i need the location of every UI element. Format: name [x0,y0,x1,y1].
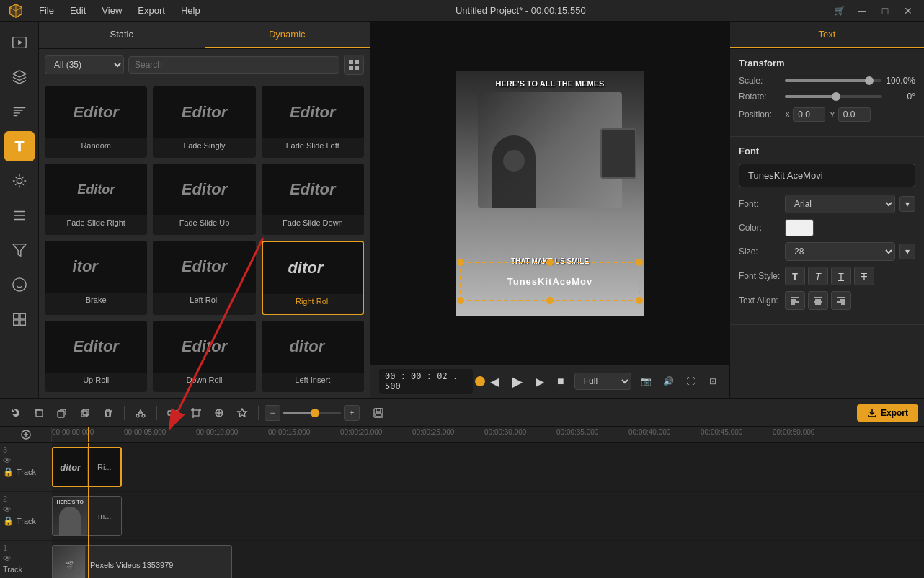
font-dropdown-icon[interactable]: ▾ [899,196,915,212]
sidebar-item-transitions[interactable] [4,200,35,231]
close-button[interactable]: ✕ [898,3,918,19]
cart-icon[interactable]: 🛒 [834,6,845,16]
track-2-label: 2 👁 🔒 Track [0,492,52,541]
minimize-button[interactable]: ─ [852,3,872,19]
scale-slider[interactable] [785,79,881,82]
size-select[interactable]: 8101214161820242832364872 [785,242,895,261]
sidebar-item-effects[interactable] [4,166,35,196]
undo-button[interactable] [6,403,26,423]
effect-up-roll[interactable]: Editor Up Roll [45,321,147,392]
position-row: Position: X Y [739,107,915,122]
effect-fade-slide-down[interactable]: Editor Fade Slide Down [262,164,364,235]
menu-file[interactable]: File [32,3,61,18]
strikethrough-button[interactable]: T̶ [854,267,874,285]
main-clip-1[interactable]: 🎬 Pexels Videos 1353979 [52,545,232,578]
marker-button[interactable] [232,403,252,423]
color-swatch[interactable] [785,219,814,236]
menu-export[interactable]: Export [130,3,172,18]
menu-view[interactable]: View [94,3,129,18]
svg-rect-4 [19,314,25,319]
effect-brake[interactable]: itor Brake [45,241,147,315]
cut-button[interactable] [130,403,151,423]
grid-view-button[interactable] [344,55,364,75]
zoom-in-button[interactable]: + [344,405,360,421]
quality-select[interactable]: FullHalfQuarter [574,373,631,390]
align-center-button[interactable] [808,291,828,310]
effect-left-insert[interactable]: ditor Left Insert [262,321,364,392]
svg-rect-23 [36,410,43,417]
duplicate-button[interactable] [75,403,95,423]
sidebar-item-templates[interactable] [4,304,35,334]
export-button[interactable]: Export [857,404,918,422]
effect-fade-singly[interactable]: Editor Fade Singly [153,86,255,158]
sidebar-item-media[interactable] [4,27,35,58]
meme-text-top: HERE'S TO ALL THE MEMES [456,79,644,88]
copy-button[interactable] [29,403,49,423]
track-1-visibility[interactable]: 👁 [3,553,12,564]
filter-select[interactable]: All (35)BasicTypewriterBounceFade [45,55,124,74]
screenshot-icon[interactable]: 📷 [639,373,654,390]
paste-button[interactable] [52,403,72,423]
effect-fade-slide-right[interactable]: Editor Fade Slide Right [45,164,147,235]
tab-dynamic[interactable]: Dynamic [205,22,370,48]
pip-icon[interactable]: ⊡ [706,373,721,390]
delete-button[interactable] [98,403,118,423]
track-2-visibility[interactable]: 👁 [3,504,12,515]
effect-fade-slide-up[interactable]: Editor Fade Slide Up [153,164,255,235]
split-button[interactable] [163,403,183,423]
zoom-slider[interactable] [283,412,341,414]
effect-right-roll[interactable]: ditor Right Roll [262,241,364,315]
effect-random[interactable]: Editor Random [45,86,147,158]
align-left-button[interactable] [785,291,805,310]
sidebar-item-audio[interactable] [4,97,35,127]
audio-icon[interactable]: 🔊 [661,373,676,390]
bold-button[interactable]: T [785,267,805,285]
effect-down-roll[interactable]: Editor Down Roll [153,321,255,392]
italic-button[interactable]: T [808,267,828,285]
sidebar-item-filters[interactable] [4,235,35,265]
svg-rect-6 [19,320,25,325]
size-dropdown-icon[interactable]: ▾ [899,244,915,259]
font-style-label: Font Style: [739,271,781,281]
search-input[interactable] [128,56,339,74]
play-button[interactable]: ▶ [509,371,525,391]
track-3-visibility[interactable]: 👁 [3,455,12,466]
align-right-button[interactable] [831,291,851,310]
timeline-area: − + Export 00:00:00.000 00:00:05.000 00:… [0,398,924,578]
preview-area: HERE'S TO ALL THE MEMES THAT MAKE US SMI… [370,22,729,398]
maximize-button[interactable]: □ [875,3,895,19]
zoom-out-button[interactable]: − [265,405,280,421]
track-3-lock[interactable]: 🔒 [3,467,14,477]
menu-help[interactable]: Help [174,3,208,18]
tab-static[interactable]: Static [39,22,205,48]
menu-edit[interactable]: Edit [63,3,93,18]
track-2-lock[interactable]: 🔒 [3,516,14,526]
x-input[interactable] [793,107,825,122]
rotate-slider[interactable] [785,95,882,98]
sidebar-item-text[interactable] [4,131,35,161]
x-label: X [785,110,790,119]
effect-left-roll[interactable]: Editor Left Roll [153,241,255,315]
font-select[interactable]: ArialTimes New RomanCourier New [785,195,895,213]
video-clip-2[interactable]: HERE'S TO m... [52,496,122,536]
ruler-marks: 00:00:00.000 00:00:05.000 00:00:10.000 0… [52,427,924,442]
stop-button[interactable]: ■ [554,373,567,389]
fullscreen-icon[interactable]: ⛶ [683,373,698,390]
crop-button[interactable] [186,403,206,423]
tab-text[interactable]: Text [730,22,924,48]
next-frame-button[interactable]: ▶ [533,373,547,390]
prev-frame-button[interactable]: ◀ [487,373,502,390]
sidebar-item-layers[interactable] [4,62,35,92]
font-style-buttons: T T T T̶ [785,267,874,285]
underline-button[interactable]: T [831,267,851,285]
sidebar-item-stickers[interactable] [4,270,35,300]
y-input[interactable] [838,107,871,122]
font-label: Font: [739,199,781,209]
right-tab-bar: Text [730,22,924,49]
timeline-tracks: 3 👁 🔒 Track 2 👁 🔒 [0,443,924,578]
effect-fade-slide-left[interactable]: Editor Fade Slide Left [262,86,364,158]
color-grading-button[interactable] [209,403,229,423]
save-snapshot-button[interactable] [368,403,388,423]
add-track-button[interactable] [0,427,52,443]
text-clip-3[interactable]: ditor Ri... [52,447,122,487]
